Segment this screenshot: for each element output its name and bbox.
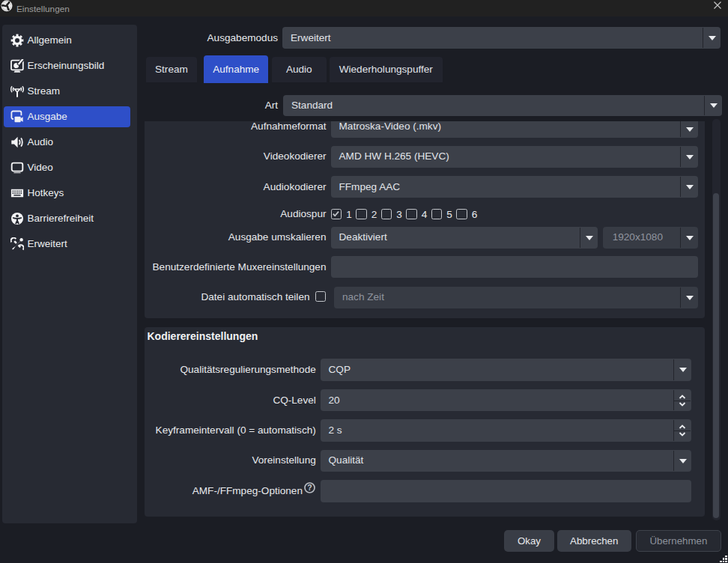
svg-text:?: ? <box>307 483 312 492</box>
